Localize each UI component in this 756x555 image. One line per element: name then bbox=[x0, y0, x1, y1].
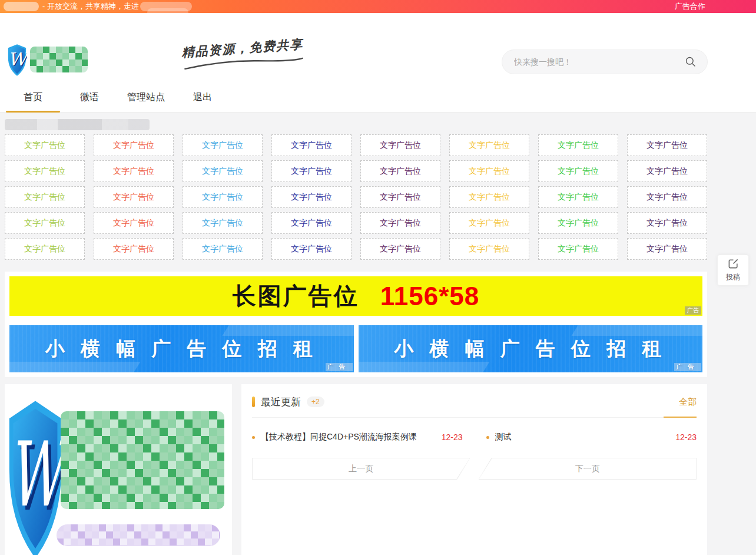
article-list: 【技术教程】同捉C4D+PS潮流海报案例课12-23测试12-23 bbox=[252, 432, 697, 442]
section-accent-bar bbox=[252, 397, 255, 407]
search-input[interactable] bbox=[513, 57, 685, 67]
site-slogan: 精品资源，免费共享 bbox=[176, 35, 310, 74]
submit-label: 投稿 bbox=[726, 272, 740, 282]
announcement-text: - 开放交流，共享精神，走进 bbox=[42, 1, 139, 12]
text-ad-cell[interactable]: 文字广告位 bbox=[627, 212, 707, 234]
text-ad-cell[interactable]: 文字广告位 bbox=[183, 238, 263, 260]
text-ad-cell[interactable]: 文字广告位 bbox=[627, 186, 707, 208]
nav-item-manage[interactable]: 管理站点 bbox=[118, 82, 174, 112]
text-ad-cell[interactable]: 文字广告位 bbox=[360, 238, 440, 260]
article-item[interactable]: 测试12-23 bbox=[486, 432, 697, 442]
text-ad-cell[interactable]: 文字广告位 bbox=[360, 186, 440, 208]
redacted-blob bbox=[4, 2, 39, 11]
text-ad-cell[interactable]: 文字广告位 bbox=[94, 238, 174, 260]
shield-logo-icon: W W bbox=[7, 44, 27, 79]
long-banner-size: 1156*58 bbox=[380, 282, 480, 311]
text-ad-cell[interactable]: 文字广告位 bbox=[5, 238, 85, 260]
text-ad-cell[interactable]: 文字广告位 bbox=[94, 212, 174, 234]
text-ad-cell[interactable]: 文字广告位 bbox=[627, 160, 707, 182]
site-name-redacted bbox=[30, 47, 88, 72]
text-ad-cell[interactable]: 文字广告位 bbox=[271, 134, 352, 156]
text-ad-cell[interactable]: 文字广告位 bbox=[449, 134, 529, 156]
site-name-redacted-large bbox=[61, 411, 224, 509]
text-ad-cell[interactable]: 文字广告位 bbox=[449, 160, 529, 182]
text-ad-cell[interactable]: 文字广告位 bbox=[449, 186, 529, 208]
text-ad-cell[interactable]: 文字广告位 bbox=[627, 238, 707, 260]
text-ad-grid: 文字广告位文字广告位文字广告位文字广告位文字广告位文字广告位文字广告位文字广告位… bbox=[5, 134, 707, 260]
prev-page-button[interactable]: 上一页 bbox=[252, 458, 470, 480]
submit-post-button[interactable]: 投稿 bbox=[717, 255, 749, 286]
banner-section: 长图广告位 1156*58 广告 小 横 幅 广 告 位 招 租广告小 横 幅 … bbox=[5, 272, 707, 377]
text-ad-cell[interactable]: 文字广告位 bbox=[5, 160, 85, 182]
article-date: 12-23 bbox=[675, 432, 697, 442]
article-title[interactable]: 测试 bbox=[495, 432, 669, 442]
ad-tag: 广告 bbox=[685, 306, 701, 315]
text-ad-cell[interactable]: 文字广告位 bbox=[627, 134, 707, 156]
long-banner-ad[interactable]: 长图广告位 1156*58 广告 bbox=[9, 276, 702, 316]
svg-text:W: W bbox=[9, 423, 64, 527]
recent-updates-card: 最近更新 +2 全部 【技术教程】同捉C4D+PS潮流海报案例课12-23测试1… bbox=[241, 384, 707, 555]
text-ad-cell[interactable]: 文字广告位 bbox=[538, 160, 618, 182]
text-ad-cell[interactable]: 文字广告位 bbox=[183, 212, 263, 234]
text-ad-cell[interactable]: 文字广告位 bbox=[271, 160, 352, 182]
text-ad-cell[interactable]: 文字广告位 bbox=[94, 186, 174, 208]
small-banner-text: 小 横 幅 广 告 位 招 租 bbox=[45, 336, 318, 362]
article-item[interactable]: 【技术教程】同捉C4D+PS潮流海报案例课12-23 bbox=[252, 432, 463, 442]
ad-cooperation-link[interactable]: 广告合作 bbox=[675, 1, 705, 12]
text-ad-cell[interactable]: 文字广告位 bbox=[5, 134, 85, 156]
nav-item-home[interactable]: 首页 bbox=[5, 82, 61, 112]
text-ad-cell[interactable]: 文字广告位 bbox=[183, 186, 263, 208]
bottom-section: W W 最近更新 +2 全部 【技术教程】同捉C4D+PS潮流海报案例课12-2… bbox=[5, 384, 707, 555]
small-banner-ad[interactable]: 小 横 幅 广 告 位 招 租广告 bbox=[359, 325, 703, 372]
all-link-underline bbox=[664, 417, 697, 418]
view-all-link[interactable]: 全部 bbox=[679, 397, 697, 408]
pagination: 上一页 下一页 bbox=[252, 458, 697, 480]
text-ad-cell[interactable]: 文字广告位 bbox=[360, 160, 440, 182]
nav-item-weiyu[interactable]: 微语 bbox=[61, 82, 118, 112]
text-ad-cell[interactable]: 文字广告位 bbox=[271, 238, 352, 260]
text-ad-cell[interactable]: 文字广告位 bbox=[538, 212, 618, 234]
text-ad-cell[interactable]: 文字广告位 bbox=[538, 186, 618, 208]
shield-logo-large-icon: W W bbox=[7, 397, 64, 555]
article-date: 12-23 bbox=[442, 432, 463, 442]
text-ad-cell[interactable]: 文字广告位 bbox=[5, 186, 85, 208]
text-ad-cell[interactable]: 文字广告位 bbox=[94, 160, 174, 182]
article-title[interactable]: 【技术教程】同捉C4D+PS潮流海报案例课 bbox=[261, 432, 435, 442]
text-ad-cell[interactable]: 文字广告位 bbox=[449, 238, 529, 260]
text-ad-cell[interactable]: 文字广告位 bbox=[271, 212, 352, 234]
text-ad-cell[interactable]: 文字广告位 bbox=[538, 134, 618, 156]
text-ad-cell[interactable]: 文字广告位 bbox=[538, 238, 618, 260]
top-announcement-bar: - 开放交流，共享精神，走进 广告合作 bbox=[0, 0, 756, 13]
nav-item-logout[interactable]: 退出 bbox=[174, 82, 231, 112]
site-logo[interactable]: W W bbox=[7, 44, 88, 79]
text-ad-cell[interactable]: 文字广告位 bbox=[94, 134, 174, 156]
long-banner-title: 长图广告位 bbox=[233, 280, 359, 312]
text-ad-cell[interactable]: 文字广告位 bbox=[183, 134, 263, 156]
text-ad-cell[interactable]: 文字广告位 bbox=[5, 212, 85, 234]
edit-icon bbox=[728, 258, 739, 271]
redacted-notice-line bbox=[5, 119, 150, 130]
ad-tag: 广告 bbox=[326, 363, 353, 371]
text-ad-cell[interactable]: 文字广告位 bbox=[449, 212, 529, 234]
main-nav: 首页 微语 管理站点 退出 bbox=[0, 82, 756, 113]
svg-text:W: W bbox=[8, 49, 27, 70]
search-bar bbox=[502, 49, 708, 74]
next-page-button[interactable]: 下一页 bbox=[479, 458, 697, 480]
bullet-dot bbox=[486, 436, 489, 439]
text-ad-cell[interactable]: 文字广告位 bbox=[183, 160, 263, 182]
logo-card: W W bbox=[5, 384, 232, 555]
new-count-badge: +2 bbox=[307, 397, 324, 407]
text-ad-cell[interactable]: 文字广告位 bbox=[360, 134, 440, 156]
bullet-dot bbox=[252, 436, 255, 439]
section-header: 最近更新 +2 全部 bbox=[252, 394, 697, 410]
site-tagline-redacted bbox=[57, 524, 220, 546]
small-banner-ad[interactable]: 小 横 幅 广 告 位 招 租广告 bbox=[9, 325, 354, 372]
text-ad-cell[interactable]: 文字广告位 bbox=[360, 212, 440, 234]
section-title: 最近更新 bbox=[261, 395, 301, 409]
main-content: 文字广告位文字广告位文字广告位文字广告位文字广告位文字广告位文字广告位文字广告位… bbox=[0, 119, 756, 555]
text-ad-cell[interactable]: 文字广告位 bbox=[271, 186, 352, 208]
small-banner-text: 小 横 幅 广 告 位 招 租 bbox=[394, 336, 667, 362]
search-icon[interactable] bbox=[685, 56, 697, 68]
section-divider bbox=[252, 417, 697, 418]
small-banner-row: 小 横 幅 广 告 位 招 租广告小 横 幅 广 告 位 招 租广告 bbox=[9, 325, 702, 372]
